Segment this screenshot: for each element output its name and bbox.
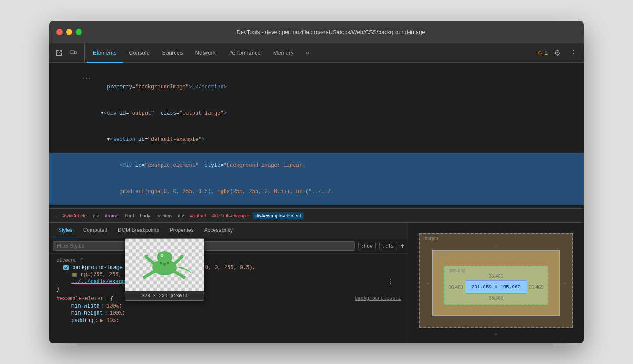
css-rules: element { background-image : linear-grad… (49, 254, 408, 343)
bc-div-2[interactable]: div (175, 212, 186, 219)
css-prop-min-width: min-width : 100%; (49, 303, 408, 310)
border-top-value[interactable]: - (436, 259, 557, 264)
padding-left-value[interactable]: 36.469 (447, 280, 465, 294)
svg-rect-0 (70, 51, 74, 54)
margin-middle: - border - - padding 36.4 (423, 250, 569, 316)
minimize-button[interactable] (66, 29, 72, 35)
more-options-button[interactable]: ⋮ (567, 46, 580, 60)
html-line-selected-2[interactable]: gradient(rgba(0, 0, 255, 0.5), rgba(255,… (49, 178, 584, 205)
svg-point-10 (162, 255, 163, 256)
tab-console[interactable]: Console (123, 43, 156, 63)
filter-bar: :hov .cls + (49, 238, 408, 254)
breadcrumb-bar: ... #wikiArticle div iframe html body se… (49, 209, 584, 223)
margin-left-value[interactable]: - (423, 250, 432, 316)
tab-elements[interactable]: Elements (87, 43, 123, 63)
html-line-selected[interactable]: <div id="example-element" style="backgro… (49, 153, 584, 179)
border-middle: - padding 36.469 36.469 (436, 266, 557, 305)
css-prop-url: ../../media/examples/lizard.png); ⋮ (49, 278, 408, 285)
html-panel: ··· property="backgroundImage">…</sectio… (49, 63, 584, 209)
sub-tab-styles[interactable]: Styles (53, 223, 78, 238)
svg-point-15 (144, 276, 146, 279)
margin-top-value[interactable]: - (423, 243, 569, 248)
border-box: border - - padding 36.469 36 (432, 250, 560, 316)
css-source-link[interactable]: background.css:1 (355, 296, 401, 301)
gecko-svg (125, 239, 204, 291)
border-bottom-value[interactable]: - (436, 307, 557, 312)
css-prop-continuation: rg…(255, 255, 0, 0.5)), url( (49, 271, 408, 278)
content-size-box[interactable]: 291.859 × 195.062 (465, 280, 527, 294)
devtools-toolbar: Elements Console Sources Network Perform… (49, 43, 584, 63)
sub-tab-properties[interactable]: Properties (165, 223, 199, 238)
border-right-value[interactable]: - (548, 266, 557, 305)
toolbar-icons (53, 43, 85, 62)
svg-rect-1 (74, 52, 76, 54)
breadcrumb-dots: ... (53, 213, 57, 219)
sub-tab-dom-breakpoints[interactable]: DOM Breakpoints (113, 223, 165, 238)
html-line: ··· property="backgroundImage">…</sectio… (49, 66, 584, 101)
bc-output[interactable]: #output (187, 212, 209, 219)
main-content: Styles Computed DOM Breakpoints Properti… (49, 223, 584, 343)
html-line: ▼<section id="default-example"> (49, 126, 584, 153)
padding-bottom-value[interactable]: 36.469 (447, 295, 545, 301)
inspector-icon[interactable] (53, 48, 65, 58)
property-more-icon[interactable]: ⋮ (387, 279, 394, 286)
outer-bottom-dash: - (415, 331, 577, 336)
add-rule-button[interactable]: + (401, 242, 404, 250)
devtools-window: DevTools - developer.mozilla.org/en-US/d… (49, 21, 584, 343)
responsive-icon[interactable] (67, 48, 79, 58)
html-line: ▼<div id="output" class="output large"> (49, 101, 584, 127)
css-prop-min-height: min-height : 100%; (49, 310, 408, 317)
css-closing: } (49, 285, 408, 293)
image-preview-popup: 320 × 229 pixels (125, 238, 204, 301)
window-title: DevTools - developer.mozilla.org/en-US/d… (85, 29, 577, 35)
left-panel: Styles Computed DOM Breakpoints Properti… (49, 223, 408, 343)
css-rule-selector: #example-element { background.css:1 min-… (49, 294, 408, 325)
bc-body[interactable]: body (137, 212, 153, 219)
toolbar-right: ⚠ 1 ⚙ ⋮ (537, 43, 580, 62)
close-button[interactable] (56, 29, 63, 35)
tab-performance[interactable]: Performance (222, 43, 267, 63)
bc-section[interactable]: section (154, 212, 174, 219)
padding-label: padding (448, 268, 465, 273)
padding-right-value[interactable]: 36.469 (527, 280, 545, 294)
tab-more[interactable]: » (300, 43, 315, 63)
titlebar: DevTools - developer.mozilla.org/en-US/d… (49, 21, 584, 43)
bc-div-1[interactable]: div (90, 212, 102, 219)
svg-point-12 (163, 263, 166, 266)
padding-middle: 36.469 291.859 × 195.062 36.469 (447, 280, 545, 294)
color-swatch-yellow[interactable] (72, 273, 77, 277)
bc-wiki-article[interactable]: #wikiArticle (60, 212, 89, 219)
margin-right-value[interactable]: - (560, 250, 569, 316)
settings-button[interactable]: ⚙ (551, 46, 563, 60)
tab-sources[interactable]: Sources (156, 43, 189, 63)
popup-size-label: 320 × 229 pixels (125, 291, 204, 300)
margin-bottom-value[interactable]: - (423, 318, 569, 323)
bc-example-element[interactable]: div#example-element (253, 212, 304, 219)
svg-point-16 (181, 256, 183, 258)
prop-checkbox[interactable] (63, 265, 69, 270)
svg-point-13 (167, 262, 169, 264)
border-left-value[interactable]: - (436, 266, 444, 305)
tab-network[interactable]: Network (189, 43, 222, 63)
margin-label: margin (423, 235, 438, 241)
svg-point-8 (157, 251, 172, 263)
hov-button[interactable]: :hov (358, 242, 376, 250)
sub-tabs: Styles Computed DOM Breakpoints Properti… (49, 223, 408, 238)
box-model: margin - - border - - (408, 223, 584, 343)
sub-tab-accessibility[interactable]: Accessibility (199, 223, 238, 238)
tab-memory[interactable]: Memory (267, 43, 300, 63)
warning-badge[interactable]: ⚠ 1 (537, 49, 548, 56)
cls-button[interactable]: .cls (379, 242, 397, 250)
padding-box: padding 36.469 36.469 291.859 × 195.062 (444, 266, 548, 305)
maximize-button[interactable] (76, 29, 82, 35)
css-prop-padding: padding : ▶ 10%; (49, 317, 408, 324)
bc-iframe[interactable]: iframe (102, 212, 121, 219)
css-prop-bg-image: background-image : linear-gradient( rgba… (49, 264, 408, 271)
sub-tab-computed[interactable]: Computed (78, 223, 113, 238)
border-label: border (436, 252, 450, 257)
padding-top-value[interactable]: 36.469 (447, 273, 545, 279)
bc-html[interactable]: html (122, 212, 137, 219)
css-rule-header: element { (49, 256, 408, 264)
svg-point-14 (145, 256, 148, 258)
bc-default-example[interactable]: #default-example (210, 212, 252, 219)
